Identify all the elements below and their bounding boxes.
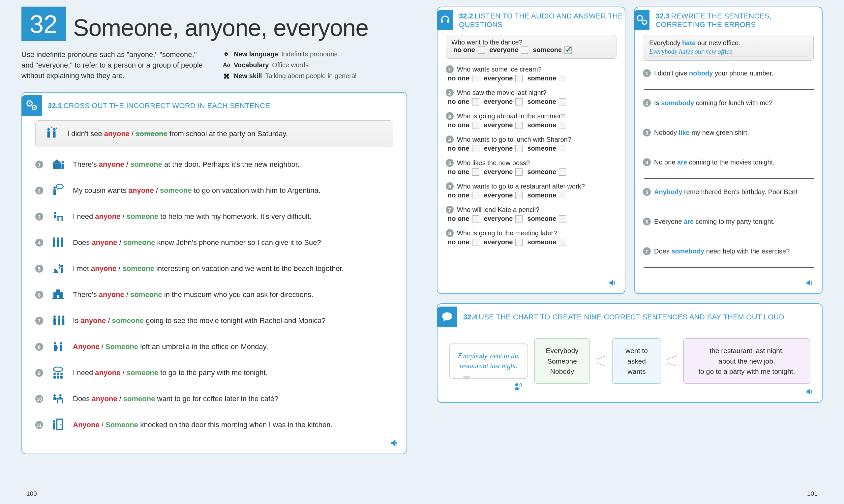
- question-text: Who wants some ice cream?: [457, 66, 542, 73]
- option-word[interactable]: anyone: [92, 238, 117, 247]
- chart-word: went to: [620, 345, 653, 356]
- sentence-item: 10 Does anyone / someone want to go for …: [35, 392, 393, 406]
- svg-point-8: [51, 127, 52, 128]
- checkbox[interactable]: [472, 98, 479, 106]
- svg-rect-46: [57, 376, 59, 379]
- checkbox[interactable]: [559, 168, 566, 176]
- answer-line[interactable]: [644, 230, 814, 238]
- option-word[interactable]: someone: [130, 160, 162, 168]
- puzzle-icon: [222, 72, 231, 80]
- checkbox[interactable]: [515, 122, 523, 129]
- item-number: 4: [35, 239, 43, 247]
- checkbox[interactable]: [559, 75, 566, 82]
- answer-line[interactable]: [644, 81, 814, 90]
- sentence-item: 7 Is anyone / someone going to see the m…: [35, 313, 393, 328]
- checkbox[interactable]: [559, 122, 566, 129]
- speaking-head-icon: [513, 381, 523, 391]
- question-item: 8Who is going to the meeting later? no o…: [446, 229, 616, 246]
- answer-line[interactable]: [644, 111, 814, 119]
- sentence-text: I need: [73, 212, 95, 220]
- option-word[interactable]: anyone: [99, 290, 124, 299]
- option-word[interactable]: anyone: [129, 186, 154, 195]
- checkbox[interactable]: [472, 192, 479, 199]
- checkbox[interactable]: [559, 145, 566, 152]
- option-word[interactable]: anyone: [95, 368, 120, 377]
- svg-rect-37: [58, 319, 60, 325]
- svg-rect-10: [53, 163, 61, 169]
- option-word[interactable]: Someone: [106, 342, 138, 351]
- checkbox[interactable]: [559, 98, 566, 106]
- chart-word: Someone: [542, 356, 582, 366]
- checkbox[interactable]: [559, 192, 566, 199]
- checkbox[interactable]: [472, 215, 479, 222]
- option-word[interactable]: Anyone: [73, 420, 100, 429]
- checkbox[interactable]: [521, 47, 528, 54]
- checkbox[interactable]: [515, 75, 523, 82]
- sentence-text: There's: [73, 160, 99, 168]
- sentence-text: I need: [73, 368, 95, 377]
- option-word[interactable]: anyone: [104, 129, 129, 138]
- sentence-item: 8 Anyone / Someone left an umbrella in t…: [35, 340, 393, 354]
- answer-line[interactable]: [644, 140, 814, 149]
- correction-item: 5Anybody remembered Ben's birthday. Poor…: [643, 188, 814, 196]
- checkbox[interactable]: [472, 145, 479, 152]
- option-word[interactable]: someone: [160, 186, 192, 195]
- correction-item: 3Nobody like my new green shirt.: [643, 129, 814, 137]
- checkbox[interactable]: [515, 145, 523, 152]
- audio-icon[interactable]: [805, 278, 815, 287]
- checkbox[interactable]: [515, 239, 523, 246]
- checkbox[interactable]: [478, 47, 485, 54]
- correction-item: 7Does somebody need help with the exerci…: [643, 247, 814, 255]
- answer-line[interactable]: [644, 200, 814, 208]
- question-text: Who wants to go to a restaurant after wo…: [457, 183, 585, 190]
- svg-rect-32: [52, 298, 64, 300]
- option-word[interactable]: anyone: [92, 395, 117, 403]
- party-icon: [43, 127, 61, 141]
- checkbox-checked[interactable]: [564, 47, 572, 54]
- audio-icon[interactable]: [608, 278, 617, 287]
- svg-rect-29: [61, 268, 63, 274]
- audio-icon[interactable]: [805, 387, 815, 396]
- checkbox[interactable]: [472, 239, 479, 246]
- option-word[interactable]: anyone: [91, 264, 116, 273]
- checkbox[interactable]: [472, 75, 479, 82]
- checkbox[interactable]: [515, 168, 523, 176]
- item-number: 10: [35, 395, 43, 403]
- checkbox[interactable]: [515, 192, 523, 199]
- checkbox[interactable]: [472, 122, 479, 129]
- option-word[interactable]: anyone: [95, 212, 120, 220]
- svg-rect-5: [48, 131, 50, 138]
- option-word[interactable]: someone: [130, 290, 162, 299]
- option-word[interactable]: someone: [123, 238, 155, 247]
- checkbox[interactable]: [472, 168, 479, 176]
- option-word[interactable]: someone: [127, 212, 159, 220]
- question-text: Who wants to go to lunch with Sharon?: [457, 136, 571, 143]
- checkbox[interactable]: [559, 215, 566, 222]
- speech-bubble-icon: [437, 307, 457, 327]
- option-word[interactable]: Someone: [106, 420, 138, 429]
- example-box: I didn't see anyone / someone from schoo…: [35, 120, 393, 147]
- checkbox[interactable]: [559, 239, 566, 246]
- option-word[interactable]: anyone: [99, 160, 124, 168]
- answer-line[interactable]: [644, 259, 814, 268]
- page-left: 32 Someone, anyone, everyone Use indefin…: [0, 0, 422, 504]
- question-item: 7Who will lend Kate a pencil? no one eve…: [446, 206, 616, 222]
- svg-point-9: [56, 128, 57, 129]
- option-word-crossed[interactable]: someone: [136, 129, 167, 138]
- sentence-text: There's: [73, 290, 99, 299]
- audio-icon[interactable]: [390, 438, 399, 448]
- option-word[interactable]: anyone: [80, 317, 106, 325]
- svg-rect-19: [57, 216, 63, 217]
- answer-line[interactable]: [644, 170, 814, 179]
- checkbox[interactable]: [515, 98, 523, 106]
- example-box: Everybody hate our new office. Everybody…: [643, 35, 814, 61]
- svg-point-62: [515, 383, 518, 386]
- option-word[interactable]: someone: [122, 264, 154, 273]
- option-word[interactable]: someone: [112, 317, 144, 325]
- highlighted-word: Anybody: [654, 188, 682, 196]
- option-word[interactable]: Anyone: [73, 342, 100, 351]
- checkbox[interactable]: [515, 215, 523, 222]
- option-word[interactable]: someone: [127, 368, 159, 377]
- svg-point-12: [62, 161, 64, 163]
- option-word[interactable]: someone: [123, 395, 155, 403]
